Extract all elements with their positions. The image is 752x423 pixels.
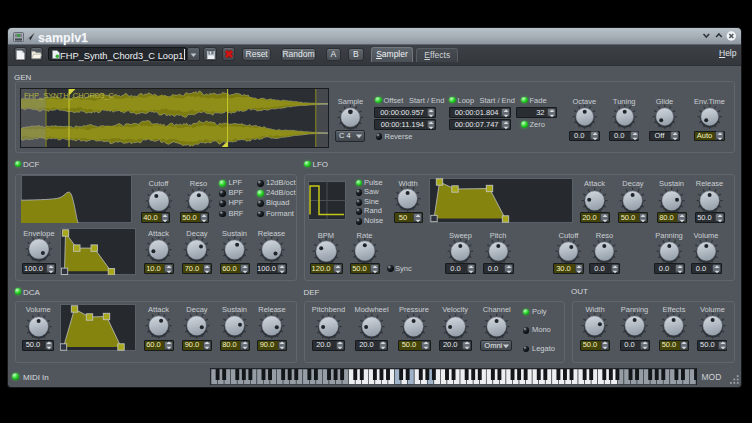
svg-text:FHP_SYNTH_CHORD3_C: FHP_SYNTH_CHORD3_C [24, 91, 115, 100]
